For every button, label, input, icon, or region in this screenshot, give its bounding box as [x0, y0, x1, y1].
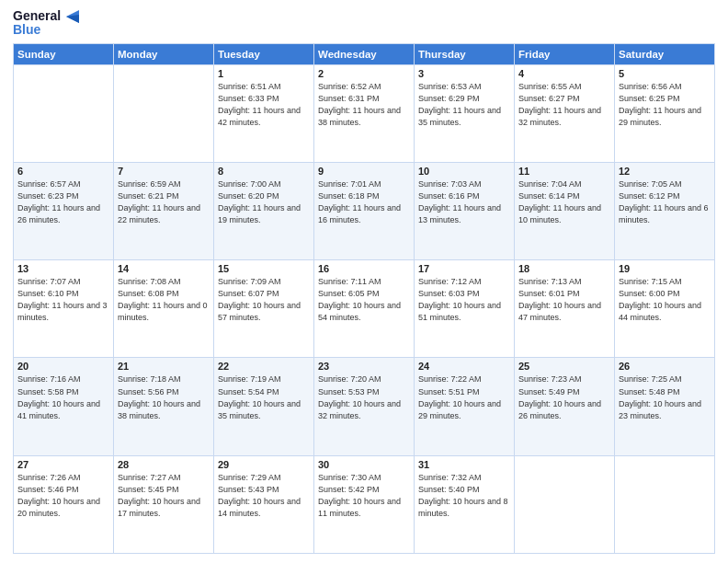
logo-bird-icon — [63, 10, 79, 23]
day-info: Sunrise: 7:00 AM Sunset: 6:20 PM Dayligh… — [218, 178, 310, 226]
day-info: Sunrise: 7:25 AM Sunset: 5:48 PM Dayligh… — [619, 373, 711, 421]
week-row-3: 20Sunrise: 7:16 AM Sunset: 5:58 PM Dayli… — [14, 358, 715, 455]
day-number: 1 — [218, 68, 310, 79]
day-cell: 25Sunrise: 7:23 AM Sunset: 5:49 PM Dayli… — [515, 358, 615, 455]
day-number: 23 — [318, 361, 410, 372]
day-cell: 13Sunrise: 7:07 AM Sunset: 6:10 PM Dayli… — [14, 260, 114, 358]
day-number: 9 — [318, 166, 410, 177]
day-cell: 12Sunrise: 7:05 AM Sunset: 6:12 PM Dayli… — [615, 163, 715, 260]
day-info: Sunrise: 6:56 AM Sunset: 6:25 PM Dayligh… — [619, 81, 711, 129]
header-cell-tuesday: Tuesday — [214, 43, 314, 64]
day-info: Sunrise: 7:18 AM Sunset: 5:56 PM Dayligh… — [118, 373, 210, 421]
day-cell: 9Sunrise: 7:01 AM Sunset: 6:18 PM Daylig… — [314, 163, 415, 260]
day-cell: 6Sunrise: 6:57 AM Sunset: 6:23 PM Daylig… — [14, 163, 114, 260]
day-number: 6 — [17, 166, 109, 177]
day-info: Sunrise: 7:20 AM Sunset: 5:53 PM Dayligh… — [318, 373, 410, 421]
day-cell: 7Sunrise: 6:59 AM Sunset: 6:21 PM Daylig… — [114, 163, 214, 260]
day-cell: 20Sunrise: 7:16 AM Sunset: 5:58 PM Dayli… — [14, 358, 114, 455]
day-info: Sunrise: 7:03 AM Sunset: 6:16 PM Dayligh… — [418, 178, 510, 226]
day-info: Sunrise: 7:30 AM Sunset: 5:42 PM Dayligh… — [318, 472, 410, 520]
day-number: 13 — [17, 263, 109, 274]
day-cell: 11Sunrise: 7:04 AM Sunset: 6:14 PM Dayli… — [515, 163, 615, 260]
header-cell-friday: Friday — [515, 43, 615, 64]
day-info: Sunrise: 7:16 AM Sunset: 5:58 PM Dayligh… — [17, 373, 109, 421]
day-number: 20 — [17, 361, 109, 372]
day-number: 4 — [518, 68, 610, 79]
day-info: Sunrise: 7:08 AM Sunset: 6:08 PM Dayligh… — [118, 276, 210, 324]
day-info: Sunrise: 7:32 AM Sunset: 5:40 PM Dayligh… — [418, 472, 510, 520]
day-cell: 30Sunrise: 7:30 AM Sunset: 5:42 PM Dayli… — [314, 455, 415, 553]
day-number: 19 — [619, 263, 711, 274]
day-number: 28 — [118, 459, 210, 470]
day-info: Sunrise: 6:52 AM Sunset: 6:31 PM Dayligh… — [318, 81, 410, 129]
day-info: Sunrise: 6:53 AM Sunset: 6:29 PM Dayligh… — [418, 81, 510, 129]
day-info: Sunrise: 7:07 AM Sunset: 6:10 PM Dayligh… — [17, 276, 109, 324]
logo-container: General Blue — [13, 9, 79, 38]
header-cell-thursday: Thursday — [415, 43, 515, 64]
day-number: 30 — [318, 459, 410, 470]
day-cell: 5Sunrise: 6:56 AM Sunset: 6:25 PM Daylig… — [615, 64, 715, 162]
header-cell-sunday: Sunday — [14, 43, 114, 64]
day-number: 3 — [418, 68, 510, 79]
day-cell: 18Sunrise: 7:13 AM Sunset: 6:01 PM Dayli… — [515, 260, 615, 358]
header: General Blue — [13, 9, 715, 38]
day-cell: 4Sunrise: 6:55 AM Sunset: 6:27 PM Daylig… — [515, 64, 615, 162]
day-cell: 16Sunrise: 7:11 AM Sunset: 6:05 PM Dayli… — [314, 260, 415, 358]
day-info: Sunrise: 7:26 AM Sunset: 5:46 PM Dayligh… — [17, 472, 109, 520]
day-cell: 28Sunrise: 7:27 AM Sunset: 5:45 PM Dayli… — [114, 455, 214, 553]
day-cell: 3Sunrise: 6:53 AM Sunset: 6:29 PM Daylig… — [415, 64, 515, 162]
day-number: 17 — [418, 263, 510, 274]
week-row-0: 1Sunrise: 6:51 AM Sunset: 6:33 PM Daylig… — [14, 64, 715, 162]
day-cell: 21Sunrise: 7:18 AM Sunset: 5:56 PM Dayli… — [114, 358, 214, 455]
day-info: Sunrise: 6:59 AM Sunset: 6:21 PM Dayligh… — [118, 178, 210, 226]
page: General Blue SundayMondayTuesdayWednesda… — [0, 0, 728, 563]
day-number: 22 — [218, 361, 310, 372]
day-cell — [615, 455, 715, 553]
day-cell: 1Sunrise: 6:51 AM Sunset: 6:33 PM Daylig… — [214, 64, 314, 162]
day-cell — [14, 64, 114, 162]
day-cell: 26Sunrise: 7:25 AM Sunset: 5:48 PM Dayli… — [615, 358, 715, 455]
day-info: Sunrise: 7:12 AM Sunset: 6:03 PM Dayligh… — [418, 276, 510, 324]
day-number: 26 — [619, 361, 711, 372]
day-number: 7 — [118, 166, 210, 177]
day-cell: 10Sunrise: 7:03 AM Sunset: 6:16 PM Dayli… — [415, 163, 515, 260]
day-cell: 17Sunrise: 7:12 AM Sunset: 6:03 PM Dayli… — [415, 260, 515, 358]
day-number: 2 — [318, 68, 410, 79]
day-cell — [114, 64, 214, 162]
day-number: 14 — [118, 263, 210, 274]
day-number: 5 — [619, 68, 711, 79]
day-cell: 24Sunrise: 7:22 AM Sunset: 5:51 PM Dayli… — [415, 358, 515, 455]
day-cell: 31Sunrise: 7:32 AM Sunset: 5:40 PM Dayli… — [415, 455, 515, 553]
day-cell: 27Sunrise: 7:26 AM Sunset: 5:46 PM Dayli… — [14, 455, 114, 553]
week-row-4: 27Sunrise: 7:26 AM Sunset: 5:46 PM Dayli… — [14, 455, 715, 553]
day-cell: 29Sunrise: 7:29 AM Sunset: 5:43 PM Dayli… — [214, 455, 314, 553]
day-cell: 8Sunrise: 7:00 AM Sunset: 6:20 PM Daylig… — [214, 163, 314, 260]
day-info: Sunrise: 7:23 AM Sunset: 5:49 PM Dayligh… — [518, 373, 610, 421]
day-info: Sunrise: 7:27 AM Sunset: 5:45 PM Dayligh… — [118, 472, 210, 520]
day-number: 15 — [218, 263, 310, 274]
day-info: Sunrise: 7:22 AM Sunset: 5:51 PM Dayligh… — [418, 373, 510, 421]
header-cell-monday: Monday — [114, 43, 214, 64]
day-cell: 23Sunrise: 7:20 AM Sunset: 5:53 PM Dayli… — [314, 358, 415, 455]
day-info: Sunrise: 7:04 AM Sunset: 6:14 PM Dayligh… — [518, 178, 610, 226]
day-info: Sunrise: 7:01 AM Sunset: 6:18 PM Dayligh… — [318, 178, 410, 226]
day-number: 29 — [218, 459, 310, 470]
day-cell: 19Sunrise: 7:15 AM Sunset: 6:00 PM Dayli… — [615, 260, 715, 358]
day-info: Sunrise: 7:13 AM Sunset: 6:01 PM Dayligh… — [518, 276, 610, 324]
day-number: 21 — [118, 361, 210, 372]
day-number: 25 — [518, 361, 610, 372]
header-cell-wednesday: Wednesday — [314, 43, 415, 64]
day-info: Sunrise: 7:11 AM Sunset: 6:05 PM Dayligh… — [318, 276, 410, 324]
header-cell-saturday: Saturday — [615, 43, 715, 64]
day-info: Sunrise: 6:57 AM Sunset: 6:23 PM Dayligh… — [17, 178, 109, 226]
day-info: Sunrise: 7:05 AM Sunset: 6:12 PM Dayligh… — [619, 178, 711, 226]
day-info: Sunrise: 6:51 AM Sunset: 6:33 PM Dayligh… — [218, 81, 310, 129]
day-number: 12 — [619, 166, 711, 177]
calendar-table: SundayMondayTuesdayWednesdayThursdayFrid… — [13, 43, 715, 554]
day-cell: 14Sunrise: 7:08 AM Sunset: 6:08 PM Dayli… — [114, 260, 214, 358]
day-info: Sunrise: 6:55 AM Sunset: 6:27 PM Dayligh… — [518, 81, 610, 129]
day-number: 27 — [17, 459, 109, 470]
day-number: 16 — [318, 263, 410, 274]
day-info: Sunrise: 7:19 AM Sunset: 5:54 PM Dayligh… — [218, 373, 310, 421]
day-cell — [515, 455, 615, 553]
